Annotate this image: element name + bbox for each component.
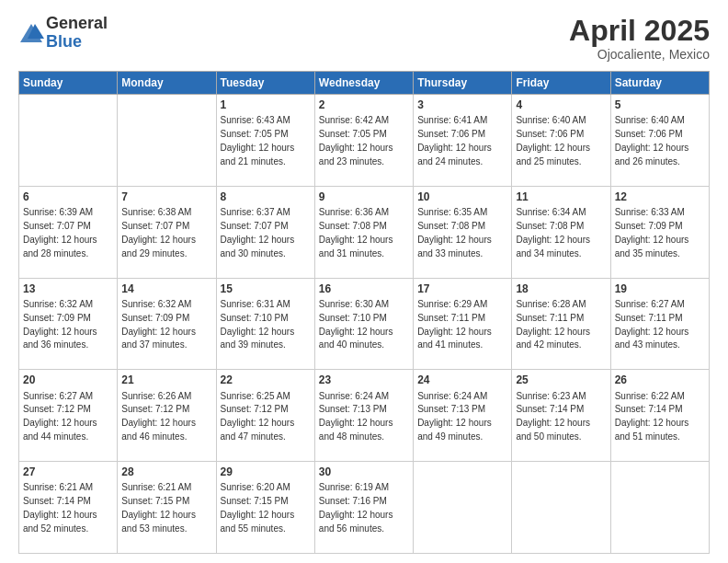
day-info: Sunrise: 6:37 AM Sunset: 7:07 PM Dayligh… bbox=[221, 207, 297, 259]
weekday-header: Wednesday bbox=[314, 72, 413, 95]
day-info: Sunrise: 6:40 AM Sunset: 7:06 PM Dayligh… bbox=[615, 115, 691, 167]
day-info: Sunrise: 6:30 AM Sunset: 7:10 PM Dayligh… bbox=[319, 299, 395, 350]
location: Ojocaliente, Mexico bbox=[569, 47, 710, 62]
day-number: 2 bbox=[319, 98, 409, 112]
day-info: Sunrise: 6:22 AM Sunset: 7:14 PM Dayligh… bbox=[615, 391, 691, 442]
day-number: 12 bbox=[615, 190, 705, 204]
calendar-cell: 7Sunrise: 6:38 AM Sunset: 7:07 PM Daylig… bbox=[118, 186, 216, 278]
day-info: Sunrise: 6:24 AM Sunset: 7:13 PM Dayligh… bbox=[417, 391, 494, 442]
day-info: Sunrise: 6:27 AM Sunset: 7:12 PM Dayligh… bbox=[23, 391, 99, 442]
day-number: 30 bbox=[319, 465, 409, 479]
calendar-cell: 13Sunrise: 6:32 AM Sunset: 7:09 PM Dayli… bbox=[19, 278, 118, 370]
calendar-week-row: 27Sunrise: 6:21 AM Sunset: 7:14 PM Dayli… bbox=[19, 462, 710, 554]
logo-general: General bbox=[46, 15, 108, 33]
day-number: 16 bbox=[319, 282, 409, 296]
day-number: 11 bbox=[516, 190, 606, 204]
weekday-header: Monday bbox=[118, 72, 216, 95]
calendar-cell: 5Sunrise: 6:40 AM Sunset: 7:06 PM Daylig… bbox=[610, 95, 709, 187]
calendar-cell: 3Sunrise: 6:41 AM Sunset: 7:06 PM Daylig… bbox=[414, 95, 512, 187]
calendar-cell: 14Sunrise: 6:32 AM Sunset: 7:09 PM Dayli… bbox=[118, 278, 216, 370]
calendar-week-row: 13Sunrise: 6:32 AM Sunset: 7:09 PM Dayli… bbox=[19, 278, 710, 370]
calendar-cell: 20Sunrise: 6:27 AM Sunset: 7:12 PM Dayli… bbox=[19, 370, 118, 462]
day-info: Sunrise: 6:28 AM Sunset: 7:11 PM Dayligh… bbox=[516, 299, 592, 350]
calendar-cell: 26Sunrise: 6:22 AM Sunset: 7:14 PM Dayli… bbox=[610, 370, 709, 462]
weekday-header-row: SundayMondayTuesdayWednesdayThursdayFrid… bbox=[19, 72, 710, 95]
day-number: 20 bbox=[23, 373, 113, 387]
title-block: April 2025 Ojocaliente, Mexico bbox=[569, 15, 710, 62]
day-number: 19 bbox=[615, 282, 705, 296]
day-number: 1 bbox=[221, 98, 311, 112]
day-number: 4 bbox=[516, 98, 606, 112]
weekday-header: Sunday bbox=[19, 72, 118, 95]
calendar-cell bbox=[118, 95, 216, 187]
calendar-cell: 6Sunrise: 6:39 AM Sunset: 7:07 PM Daylig… bbox=[19, 186, 118, 278]
calendar-cell: 27Sunrise: 6:21 AM Sunset: 7:14 PM Dayli… bbox=[19, 462, 118, 554]
month-title: April 2025 bbox=[569, 15, 710, 47]
calendar-week-row: 20Sunrise: 6:27 AM Sunset: 7:12 PM Dayli… bbox=[19, 370, 710, 462]
day-info: Sunrise: 6:32 AM Sunset: 7:09 PM Dayligh… bbox=[23, 299, 99, 350]
day-number: 28 bbox=[121, 465, 211, 479]
calendar-cell bbox=[19, 95, 118, 187]
day-number: 18 bbox=[516, 282, 606, 296]
calendar-cell: 17Sunrise: 6:29 AM Sunset: 7:11 PM Dayli… bbox=[414, 278, 512, 370]
day-info: Sunrise: 6:26 AM Sunset: 7:12 PM Dayligh… bbox=[121, 391, 198, 442]
calendar-cell: 24Sunrise: 6:24 AM Sunset: 7:13 PM Dayli… bbox=[414, 370, 512, 462]
day-info: Sunrise: 6:25 AM Sunset: 7:12 PM Dayligh… bbox=[221, 391, 297, 442]
weekday-header: Thursday bbox=[414, 72, 512, 95]
day-info: Sunrise: 6:40 AM Sunset: 7:06 PM Dayligh… bbox=[516, 115, 592, 167]
day-info: Sunrise: 6:38 AM Sunset: 7:07 PM Dayligh… bbox=[121, 207, 198, 259]
day-info: Sunrise: 6:27 AM Sunset: 7:11 PM Dayligh… bbox=[615, 299, 691, 350]
calendar-cell bbox=[610, 462, 709, 554]
day-info: Sunrise: 6:34 AM Sunset: 7:08 PM Dayligh… bbox=[516, 207, 592, 259]
logo-text: General Blue bbox=[46, 15, 108, 52]
day-number: 6 bbox=[23, 190, 113, 204]
calendar-cell: 10Sunrise: 6:35 AM Sunset: 7:08 PM Dayli… bbox=[414, 186, 512, 278]
calendar-cell: 2Sunrise: 6:42 AM Sunset: 7:05 PM Daylig… bbox=[314, 95, 413, 187]
calendar-week-row: 6Sunrise: 6:39 AM Sunset: 7:07 PM Daylig… bbox=[19, 186, 710, 278]
day-number: 7 bbox=[121, 190, 211, 204]
calendar-cell: 9Sunrise: 6:36 AM Sunset: 7:08 PM Daylig… bbox=[314, 186, 413, 278]
day-number: 29 bbox=[221, 465, 311, 479]
calendar-body: 1Sunrise: 6:43 AM Sunset: 7:05 PM Daylig… bbox=[19, 95, 710, 554]
day-number: 24 bbox=[417, 373, 507, 387]
calendar-cell: 25Sunrise: 6:23 AM Sunset: 7:14 PM Dayli… bbox=[512, 370, 610, 462]
day-info: Sunrise: 6:36 AM Sunset: 7:08 PM Dayligh… bbox=[319, 207, 395, 259]
day-number: 3 bbox=[417, 98, 507, 112]
calendar-cell: 12Sunrise: 6:33 AM Sunset: 7:09 PM Dayli… bbox=[610, 186, 709, 278]
header: General Blue April 2025 Ojocaliente, Mex… bbox=[18, 15, 710, 62]
day-number: 26 bbox=[615, 373, 705, 387]
calendar-table: SundayMondayTuesdayWednesdayThursdayFrid… bbox=[18, 71, 710, 554]
weekday-header: Saturday bbox=[610, 72, 709, 95]
calendar-cell: 28Sunrise: 6:21 AM Sunset: 7:15 PM Dayli… bbox=[118, 462, 216, 554]
calendar-cell: 29Sunrise: 6:20 AM Sunset: 7:15 PM Dayli… bbox=[216, 462, 314, 554]
day-number: 10 bbox=[417, 190, 507, 204]
day-info: Sunrise: 6:35 AM Sunset: 7:08 PM Dayligh… bbox=[417, 207, 494, 259]
calendar-cell: 18Sunrise: 6:28 AM Sunset: 7:11 PM Dayli… bbox=[512, 278, 610, 370]
logo: General Blue bbox=[18, 15, 108, 52]
calendar-cell: 16Sunrise: 6:30 AM Sunset: 7:10 PM Dayli… bbox=[314, 278, 413, 370]
day-number: 15 bbox=[221, 282, 311, 296]
calendar-cell: 23Sunrise: 6:24 AM Sunset: 7:13 PM Dayli… bbox=[314, 370, 413, 462]
day-number: 25 bbox=[516, 373, 606, 387]
weekday-header: Friday bbox=[512, 72, 610, 95]
calendar-cell bbox=[512, 462, 610, 554]
day-info: Sunrise: 6:23 AM Sunset: 7:14 PM Dayligh… bbox=[516, 391, 592, 442]
calendar-cell: 19Sunrise: 6:27 AM Sunset: 7:11 PM Dayli… bbox=[610, 278, 709, 370]
day-number: 23 bbox=[319, 373, 409, 387]
calendar-cell: 11Sunrise: 6:34 AM Sunset: 7:08 PM Dayli… bbox=[512, 186, 610, 278]
day-info: Sunrise: 6:43 AM Sunset: 7:05 PM Dayligh… bbox=[221, 115, 297, 167]
logo-blue: Blue bbox=[46, 33, 108, 52]
calendar-cell: 21Sunrise: 6:26 AM Sunset: 7:12 PM Dayli… bbox=[118, 370, 216, 462]
day-info: Sunrise: 6:21 AM Sunset: 7:15 PM Dayligh… bbox=[121, 482, 198, 534]
day-info: Sunrise: 6:42 AM Sunset: 7:05 PM Dayligh… bbox=[319, 115, 395, 167]
logo-icon bbox=[18, 20, 44, 46]
day-info: Sunrise: 6:33 AM Sunset: 7:09 PM Dayligh… bbox=[615, 207, 691, 259]
day-info: Sunrise: 6:31 AM Sunset: 7:10 PM Dayligh… bbox=[221, 299, 297, 350]
calendar-cell bbox=[414, 462, 512, 554]
day-number: 13 bbox=[23, 282, 113, 296]
weekday-header: Tuesday bbox=[216, 72, 314, 95]
calendar-week-row: 1Sunrise: 6:43 AM Sunset: 7:05 PM Daylig… bbox=[19, 95, 710, 187]
day-info: Sunrise: 6:32 AM Sunset: 7:09 PM Dayligh… bbox=[121, 299, 198, 350]
day-info: Sunrise: 6:24 AM Sunset: 7:13 PM Dayligh… bbox=[319, 391, 395, 442]
day-number: 14 bbox=[121, 282, 211, 296]
